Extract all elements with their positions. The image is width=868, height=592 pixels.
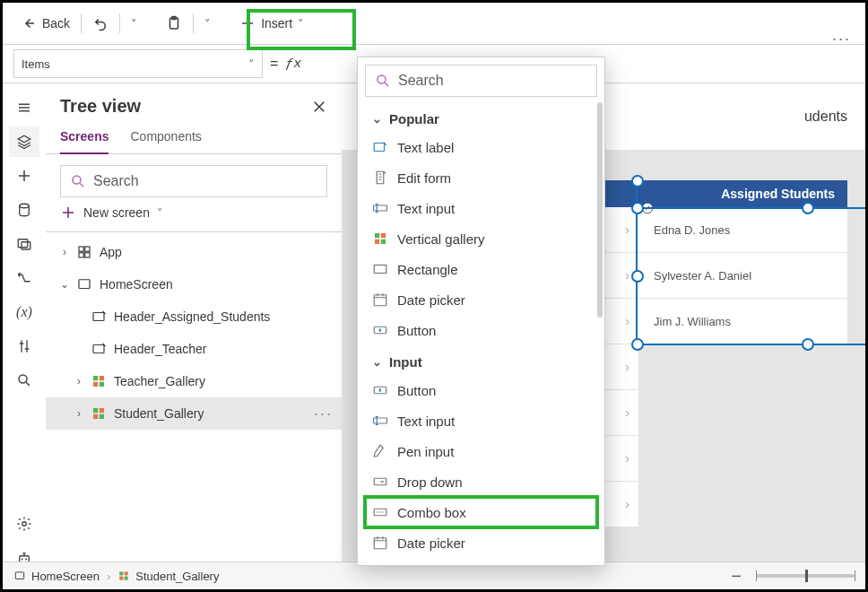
left-gallery-peek: › › › › › › ›	[603, 180, 639, 527]
paste-button[interactable]	[159, 9, 189, 38]
selection-handle[interactable]	[631, 202, 644, 214]
crumb-student-gallery[interactable]: Student_Gallery	[117, 570, 219, 583]
tree-item-label: Student_Gallery	[114, 406, 204, 421]
chevron-down-icon: ˅	[248, 57, 255, 71]
tree-list: › App ⌄ HomeScreen Header_Ass	[46, 236, 342, 564]
student-gallery[interactable]: Assigned Students Edna D. Jones Sylveste…	[638, 180, 847, 344]
selection-handle[interactable]	[631, 175, 644, 187]
gallery-row-label: Sylvester A. Daniel	[654, 269, 751, 283]
layers-icon	[16, 134, 32, 150]
tree-item-teacher-gallery[interactable]: › Teacher_Gallery	[46, 365, 342, 397]
row-chevron[interactable]: ›	[603, 481, 639, 527]
back-button[interactable]: Back	[13, 9, 77, 38]
dd-date-picker[interactable]: Date picker	[365, 284, 597, 315]
gallery-row[interactable]: Edna D. Jones	[638, 207, 847, 253]
new-screen-button[interactable]: New screen ˅	[60, 205, 327, 221]
zoom-controls: −	[731, 574, 855, 578]
row-chevron[interactable]: ›	[603, 389, 639, 435]
svg-rect-21	[100, 382, 104, 387]
search-icon	[375, 73, 391, 89]
svg-rect-22	[93, 408, 98, 413]
tree-item-student-gallery[interactable]: › Student_Gallery ···	[46, 397, 342, 430]
insert-button[interactable]: Insert ˅	[232, 9, 311, 38]
svg-rect-30	[375, 233, 379, 238]
rail-settings[interactable]	[9, 509, 39, 539]
combobox-icon	[372, 504, 388, 520]
rail-tree-view[interactable]	[9, 126, 39, 157]
gallery-row[interactable]: Jim J. Williams	[638, 299, 847, 344]
chevron-down-icon: ⌄	[60, 278, 69, 291]
dropdown-search-input[interactable]: Search	[365, 65, 597, 97]
undo-split[interactable]: ˅	[124, 9, 144, 38]
overflow-button[interactable]: ···	[832, 30, 851, 48]
rail-hamburger[interactable]	[9, 92, 39, 123]
row-chevron[interactable]: ›	[603, 435, 639, 481]
property-selector[interactable]: Items ˅	[13, 49, 263, 78]
tree-item-app[interactable]: › App	[46, 236, 342, 268]
gallery-row[interactable]: Sylvester A. Daniel	[638, 253, 847, 299]
property-name: Items	[22, 57, 50, 71]
dd-pen-input[interactable]: Pen input	[365, 436, 597, 466]
dd-text-input[interactable]: Text input	[365, 193, 597, 223]
row-chevron[interactable]: ›	[603, 298, 639, 344]
dd-button-input[interactable]: Button	[365, 375, 597, 405]
chevron-down-icon: ˅	[298, 17, 304, 30]
undo-button[interactable]	[85, 9, 116, 38]
close-tree-button[interactable]	[311, 99, 327, 115]
rail-flows[interactable]	[9, 263, 39, 293]
tree-item-header-students[interactable]: Header_Assigned_Students	[46, 300, 342, 333]
selection-handle[interactable]	[802, 202, 814, 214]
button-icon	[372, 322, 388, 338]
zoom-slider[interactable]	[756, 574, 855, 578]
row-chevron[interactable]: ›	[603, 344, 639, 389]
rail-vars[interactable]: (x)	[9, 297, 39, 327]
plus-icon	[16, 168, 32, 184]
dd-vertical-gallery[interactable]: Vertical gallery	[365, 223, 597, 254]
rail-search[interactable]	[9, 365, 39, 396]
row-chevron[interactable]: ›	[603, 207, 639, 252]
dd-text-label[interactable]: Text label	[365, 132, 597, 162]
dd-edit-form[interactable]: Edit form	[365, 162, 597, 193]
svg-rect-31	[381, 233, 386, 238]
scrollbar[interactable]	[597, 102, 603, 318]
dd-button-popular[interactable]: Button	[365, 315, 597, 345]
dd-drop-down[interactable]: Drop down	[365, 466, 597, 497]
selection-handle[interactable]	[802, 338, 814, 351]
svg-point-8	[22, 559, 23, 561]
dd-date-picker-2[interactable]: Date picker	[365, 527, 597, 558]
crumb-homescreen[interactable]: HomeScreen	[13, 570, 100, 583]
menu-icon	[16, 100, 32, 116]
tab-screens[interactable]: Screens	[60, 122, 108, 154]
arrow-left-icon	[21, 15, 37, 31]
text-input-icon	[372, 413, 388, 429]
dropdown-search-placeholder: Search	[398, 73, 444, 89]
svg-rect-34	[374, 266, 386, 274]
tab-components[interactable]: Components	[130, 122, 201, 153]
svg-rect-25	[100, 414, 104, 419]
svg-rect-12	[85, 247, 90, 251]
selection-handle[interactable]	[631, 270, 644, 283]
dd-rectangle[interactable]: Rectangle	[365, 254, 597, 284]
dd-text-input-2[interactable]: Text input	[365, 405, 597, 436]
dropdown-section-input[interactable]: ⌄Input	[365, 345, 597, 375]
rail-insert[interactable]	[9, 161, 39, 191]
tools-icon	[16, 338, 32, 354]
dropdown-section-popular[interactable]: ⌄Popular	[365, 102, 597, 132]
tree-search-input[interactable]: Search	[60, 165, 327, 197]
screen-icon	[13, 570, 26, 582]
rail-data[interactable]	[9, 195, 39, 225]
svg-point-43	[382, 511, 384, 513]
tree-item-homescreen[interactable]: ⌄ HomeScreen	[46, 268, 342, 300]
selection-edge	[636, 344, 865, 345]
label-icon	[91, 341, 107, 357]
rail-tools[interactable]	[9, 331, 39, 361]
more-button[interactable]: ···	[314, 405, 333, 423]
tree-item-header-teacher[interactable]: Header_Teacher	[46, 333, 342, 365]
selection-handle[interactable]	[631, 338, 644, 351]
media-icon	[16, 236, 32, 252]
rail-media[interactable]	[9, 229, 39, 259]
paste-split[interactable]: ˅	[197, 9, 218, 38]
new-screen-label: New screen	[83, 205, 150, 220]
svg-rect-20	[93, 382, 98, 387]
dd-combo-box[interactable]: Combo box	[365, 497, 597, 527]
